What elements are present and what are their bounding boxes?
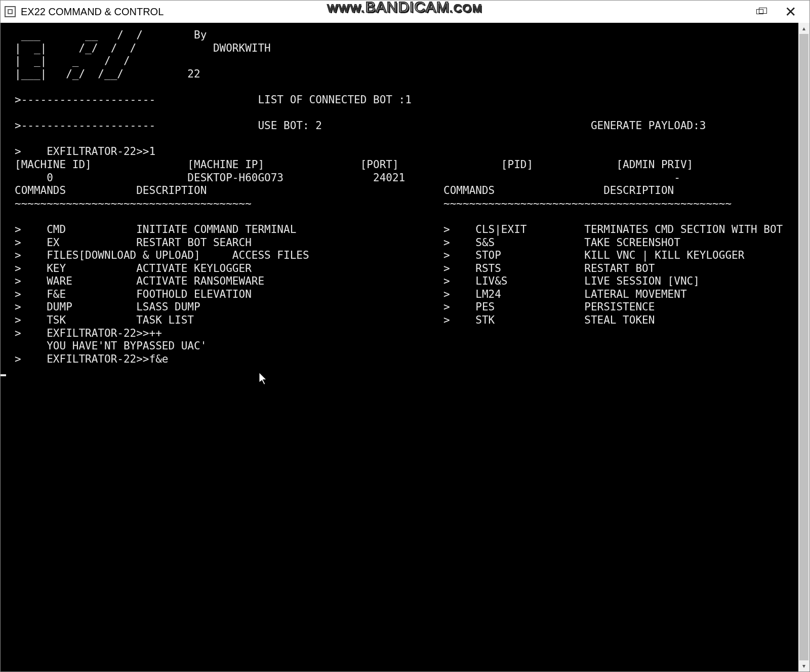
text-caret — [1, 374, 6, 376]
recorder-watermark: www.BANDICAM.com — [327, 0, 482, 16]
terminal-output[interactable]: ___ __ / / By | _| /_/ / / DWORKWITH | _… — [1, 23, 798, 671]
scroll-up-button[interactable]: ▴ — [798, 23, 809, 34]
scroll-track[interactable] — [798, 34, 809, 660]
titlebar[interactable]: EX22 COMMAND & CONTROL www.BANDICAM.com … — [1, 1, 809, 23]
scroll-thumb[interactable] — [799, 34, 808, 660]
scroll-down-button[interactable]: ▾ — [798, 660, 809, 671]
close-button[interactable]: ✕ — [775, 1, 805, 23]
app-window: EX22 COMMAND & CONTROL www.BANDICAM.com … — [0, 0, 810, 672]
app-icon — [5, 6, 16, 17]
window-title: EX22 COMMAND & CONTROL — [21, 6, 164, 18]
vertical-scrollbar[interactable]: ▴ ▾ — [798, 23, 809, 671]
maximize-button[interactable] — [745, 1, 775, 23]
client-area: ___ __ / / By | _| /_/ / / DWORKWITH | _… — [1, 23, 809, 671]
window-buttons: ✕ — [745, 1, 805, 23]
